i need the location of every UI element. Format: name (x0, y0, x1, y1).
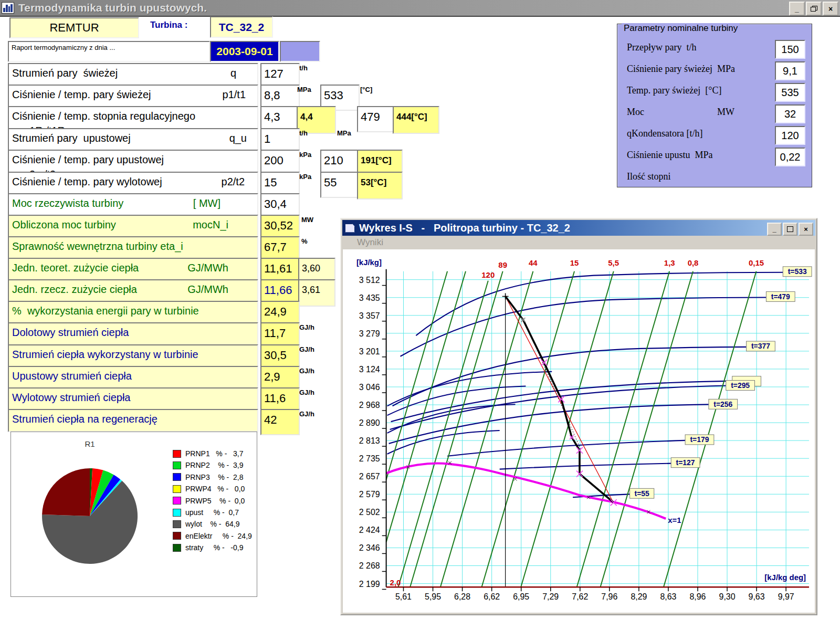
report-date-field[interactable]: 2003-09-01 (210, 41, 279, 62)
y-tick-label: 2 735 (359, 454, 380, 463)
row-5-label: Ciśnienie / temp. pary upustowej (12, 154, 164, 166)
isobar-label: 15 (570, 258, 579, 267)
isotherm-curve (416, 272, 783, 335)
isobar-line (440, 271, 533, 587)
y-tick-label: 2 268 (359, 561, 380, 570)
row-3-value-box-4[interactable]: 444[°C] (393, 106, 439, 134)
param-label-2: Ciśnienie pary świeżej MPa (627, 64, 735, 75)
legend-text-PRWP4: PRWP4 % - 0,0 (185, 485, 245, 493)
main-titlebar: Termodynamika turbin upustowych. _ × (0, 0, 840, 17)
row-14-unit: GJ/h (299, 345, 314, 353)
restore-button[interactable] (806, 2, 822, 16)
minimize-button[interactable]: _ (789, 2, 805, 16)
x-tick-label: 8,96 (689, 592, 706, 601)
legend-text-wylot: wylot % - 64,9 (185, 520, 239, 528)
isotherm-label: t=295 (731, 381, 750, 390)
y-axis-unit-label: [kJ/kg] (356, 258, 382, 267)
row-10-symbol: GJ/MWh (187, 262, 228, 274)
isotherm-label: t=533 (788, 267, 807, 276)
row-3-value-box-3[interactable]: 479 (357, 106, 395, 132)
report-title-field[interactable]: Raport termodynamiczny z dnia ... (8, 41, 210, 62)
company-field[interactable]: REMTUR (9, 17, 139, 38)
row-14-label-box: Strumień ciepła wykorzystany w turbinie (8, 344, 258, 368)
row-11-label-box: Jedn. rzecz. zużycie ciepłaGJ/MWh (8, 279, 258, 302)
row-2-unit: [°C] (360, 86, 372, 93)
row-11-symbol: GJ/MWh (187, 284, 228, 296)
param-value-3[interactable]: 535 (775, 83, 805, 102)
row-6-value-box-3[interactable]: 55 (320, 172, 360, 198)
row-1-label: Strumień pary świeżej (12, 67, 118, 79)
maximize-icon (787, 226, 793, 232)
row-10-label-box: Jedn. teoret. zużycie ciepłaGJ/MWh (8, 258, 258, 281)
legend-text-PRWP5: PRWP5 % - 0,0 (185, 497, 245, 505)
row-9-label-box: Sprawność wewnętrzna turbiny eta_i (8, 236, 258, 259)
row-7-label-box: Moc rzeczywista turbiny[ MW] (8, 193, 258, 216)
pie-slice-enElektr (42, 468, 90, 516)
row-17-value-box[interactable]: 42 (260, 409, 300, 435)
row-13-label-box: Dolotowy strumień ciepła (8, 322, 258, 345)
isotherm-label: t=127 (676, 458, 695, 467)
chart-window-title: Wykres I-S - Politropa turbiny - TC_32_2 (359, 222, 570, 234)
chart-minimize-button[interactable]: _ (767, 223, 782, 236)
row-6-value-box-4[interactable]: 53[°C] (357, 172, 403, 200)
y-tick-label: 3 201 (359, 347, 380, 356)
turbine-name-field[interactable]: TC_32_2 (210, 16, 273, 38)
isobar-label: 5,5 (608, 258, 619, 267)
legend-item-PRWP5: PRWP5 % - 0,0 (173, 497, 245, 505)
legend-item-wylot: wylot % - 64,9 (173, 520, 239, 528)
row-11-value-box-2[interactable]: 3,61 (298, 279, 335, 307)
isobar-line (601, 271, 694, 587)
row-3-label: Ciśnienie / temp. stopnia regulacyjnego (12, 110, 195, 122)
row-1-unit: t/h (299, 64, 308, 72)
x-axis-unit-label: [kJ/kg deg] (764, 573, 806, 582)
row-8-label-box: Obliczona moc turbinymocN_i (8, 215, 258, 238)
isobar-label: 89 (498, 260, 507, 269)
x-tick-label: 9,97 (778, 592, 794, 601)
row-15-label: Upustowy strumień ciepła (12, 370, 132, 382)
isotherm-curve (500, 464, 671, 469)
x-tick-label: 8,63 (660, 592, 676, 601)
isobar-label: 1,3 (664, 258, 675, 267)
row-4-symbol: q_u (229, 132, 247, 144)
legend-text-upust: upust % - 0,7 (185, 508, 239, 517)
row-6-label: Ciśnienie / temp. pary wylotowej (12, 176, 162, 188)
chart-close-button[interactable]: × (799, 223, 813, 236)
isobar-label: 0,15 (749, 258, 764, 267)
param-label-5: qKondensatora [t/h] (627, 128, 702, 139)
date-spinner-field[interactable] (280, 41, 320, 62)
param-value-4[interactable]: 32 (775, 104, 805, 123)
row-15-label-box: Upustowy strumień ciepła (8, 366, 258, 389)
chart-maximize-button[interactable] (783, 223, 797, 236)
y-tick-label: 2 424 (359, 526, 380, 534)
param-label-3: Temp. pary świeżej [°C] (627, 85, 721, 96)
legend-text-enElektr: enElektr % - 24,9 (185, 532, 252, 540)
x-tick-label: 7,96 (601, 592, 617, 601)
legend-swatch-PRNP2 (173, 461, 181, 469)
param-value-5[interactable]: 120 (775, 126, 805, 145)
chart-window: Wykres I-S - Politropa turbiny - TC_32_2… (340, 218, 817, 615)
legend-text-PRNP3: PRNP3 % - 2,8 (185, 473, 243, 481)
legend-item-PRNP3: PRNP3 % - 2,8 (173, 473, 243, 481)
isotherm-label: t=377 (751, 342, 770, 350)
menu-item-wyniki[interactable]: Wyniki (357, 237, 383, 248)
row-12-label: % wykorzystania energii pary w turbinie (12, 305, 199, 317)
isobar-line (664, 271, 757, 587)
row-6-symbol: p2/t2 (222, 176, 245, 188)
y-tick-label: 3 046 (359, 383, 380, 392)
y-tick-label: 2 968 (359, 401, 380, 410)
y-tick-label: 3 279 (359, 329, 380, 338)
pie-panel: R1 PRNP1 % - 3,7PRNP2 % - 3,9PRNP3 % - 2… (10, 432, 257, 597)
chart-menubar: Wyniki (342, 236, 815, 249)
row-16-label-box: Wylotowy strumień ciepła (8, 387, 258, 411)
row-2-label-box: Ciśnienie / temp. pary świeżejp1/t1 (8, 85, 258, 108)
param-value-2[interactable]: 9,1 (775, 61, 805, 80)
param-value-6[interactable]: 0,22 (775, 148, 805, 166)
app-window: Termodynamika turbin upustowych. _ × REM… (0, 0, 840, 630)
param-label-4: Moc (627, 107, 644, 118)
legend-swatch-wylot (173, 520, 181, 528)
close-button[interactable]: × (823, 2, 838, 16)
param-value-1[interactable]: 150 (775, 40, 805, 59)
legend-item-upust: upust % - 0,7 (173, 508, 239, 517)
legend-item-enElektr: enElektr % - 24,9 (173, 532, 252, 540)
row-5-label-box: Ciśnienie / temp. pary upustowejp3u /t3u (8, 150, 258, 173)
